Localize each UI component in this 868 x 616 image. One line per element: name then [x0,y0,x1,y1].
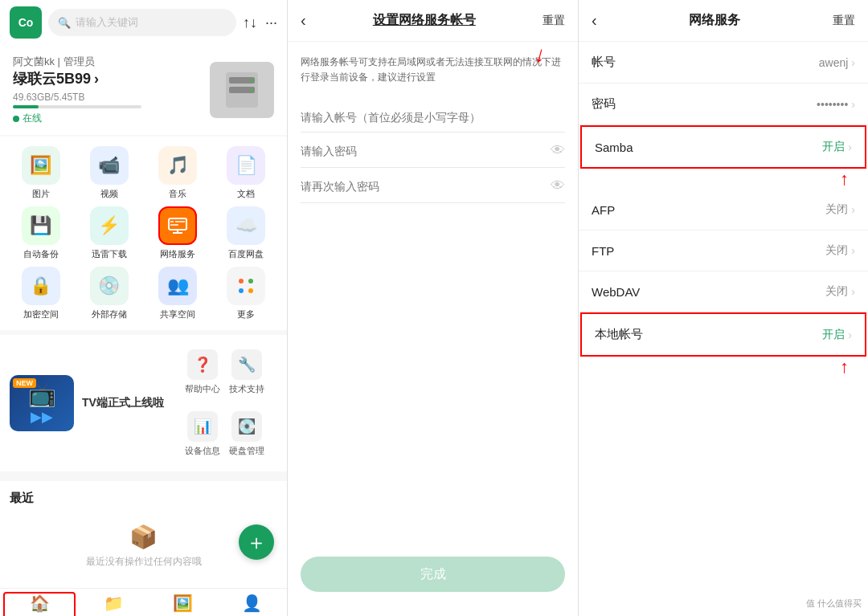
net-header: ‹ 网络服务 重置 [579,0,868,42]
package-icon: 📦 [129,524,158,550]
photo-icon: 🖼️ [22,146,60,185]
grid-item-photo[interactable]: 🖼️ 图片 [10,146,72,200]
user-info: 阿文菌kk | 管理员 绿联云5B99 › 49.63GB/5.45TB 在线 [13,55,141,125]
helper-item-disk[interactable]: 💽 硬盘管理 [226,405,268,463]
net-row-afp[interactable]: AFP 关闭 › [579,190,868,230]
encrypt-icon: 🔒 [22,267,60,305]
nav-files[interactable]: 📁 文件 [79,589,148,616]
video-icon: 📹 [90,146,129,185]
net-back-button[interactable]: ‹ [592,11,597,30]
search-placeholder: 请输入关键词 [76,15,138,30]
nav-me[interactable]: 👤 我的 [218,589,287,616]
setup-reset-button[interactable]: 重置 [542,14,565,28]
grid-item-external[interactable]: 💿 外部存储 [78,267,140,320]
fab-add-button[interactable]: ＋ [239,524,274,560]
home-nav-icon: 🏠 [30,594,50,613]
topbar-icons: ↑↓ ··· [243,14,277,31]
helper-item-support[interactable]: 🔧 技术支持 [226,343,268,402]
storage-info: 49.63GB/5.45TB [13,92,141,108]
share-icon: 👥 [158,267,197,305]
more-apps-icon [227,267,265,305]
grid-item-video[interactable]: 📹 视频 [78,146,140,200]
svg-point-12 [248,279,253,284]
promo-new-badge: NEW [13,378,36,388]
nas-svg [218,66,266,114]
password-input[interactable] [301,145,551,157]
backup-icon: 💾 [22,206,60,245]
recent-empty: 📦 最近没有操作过任何内容哦 [10,514,277,578]
online-badge: 在线 [13,112,141,125]
account-input[interactable] [301,111,565,124]
complete-button[interactable]: 完成 [301,557,565,592]
device-name[interactable]: 绿联云5B99 › [13,69,141,88]
grid-item-baidu[interactable]: ☁️ 百度网盘 [215,206,277,260]
grid-item-music[interactable]: 🎵 音乐 [147,146,209,200]
svg-point-3 [250,79,253,82]
setup-form: 👁 👁 [288,98,578,557]
grid-item-doc[interactable]: 📄 文档 [215,146,277,200]
confirm-password-input[interactable] [301,180,551,193]
setup-header: ‹ 设置网络服务帐号 重置 [288,0,578,42]
grid-item-network[interactable]: 网络服务 [147,206,209,260]
local-account-arrow-indicator: ↑ [579,357,868,377]
password-arrow: › [851,98,855,111]
webdav-arrow: › [851,285,855,298]
online-dot [13,116,19,122]
grid-item-backup[interactable]: 💾 自动备份 [10,206,72,260]
sort-icon[interactable]: ↑↓ [243,14,257,31]
music-icon: 🎵 [158,146,197,185]
net-row-ftp[interactable]: FTP 关闭 › [579,230,868,271]
svg-point-4 [250,88,253,92]
external-icon: 💿 [90,267,129,305]
svg-point-13 [239,288,244,293]
more-icon[interactable]: ··· [265,14,277,31]
bottom-nav: 🏠 首页 📁 文件 🖼️ 相册 👤 我的 [0,588,287,616]
search-bar[interactable]: 🔍 请输入关键词 [48,9,236,36]
support-icon: 🔧 [231,349,262,380]
helper-item-device-info[interactable]: 📊 设备信息 [182,405,223,463]
net-row-local-account[interactable]: 本地帐号 开启 › [580,312,866,357]
me-nav-icon: 👤 [242,594,262,613]
baidu-icon: ☁️ [227,206,265,245]
app-logo: Co [10,6,42,39]
home-topbar: Co 🔍 请输入关键词 ↑↓ ··· [0,0,287,45]
confirm-eye-toggle-icon[interactable]: 👁 [551,177,565,194]
grid-item-encrypt[interactable]: 🔒 加密空间 [10,267,72,320]
net-title: 网络服务 [689,12,740,29]
album-nav-icon: 🖼️ [173,594,193,613]
grid-item-share[interactable]: 👥 共享空间 [147,267,209,320]
grid-item-more[interactable]: 更多 [215,267,277,320]
setup-description: 网络服务帐号可支持在局域网或者无法连接互联网的情况下进行登录当前设备，建议进行设… [288,42,578,98]
ftp-arrow: › [851,244,855,257]
grid-item-xunlei[interactable]: ⚡ 迅雷下载 [78,206,140,260]
storage-bar [13,105,141,108]
promo-section: NEW 📺 ▶▶ TV端正式上线啦 ❓ 帮助中心 🔧 技术支持 📊 设备信息 💽… [0,335,287,471]
net-row-samba[interactable]: Samba 开启 › [580,125,866,169]
recent-title: 最近 [10,491,277,506]
samba-arrow: › [848,141,852,153]
net-reset-button[interactable]: 重置 [833,14,855,28]
files-nav-icon: 📁 [104,594,124,613]
eye-toggle-icon[interactable]: 👁 [551,142,565,159]
setup-description-area: 网络服务帐号可支持在局域网或者无法连接互联网的情况下进行登录当前设备，建议进行设… [288,42,578,98]
helper-item-help[interactable]: ❓ 帮助中心 [182,343,223,402]
help-icon: ❓ [187,349,218,380]
xunlei-icon: ⚡ [90,206,129,245]
net-row-account[interactable]: 帐号 awenj › [579,42,868,84]
nav-home[interactable]: 🏠 首页 [3,592,76,616]
net-row-password[interactable]: 密码 •••••••• › [579,84,868,125]
panel-network: ‹ 网络服务 重置 帐号 awenj › 密码 •••••••• › Samba… [579,0,868,616]
panel-setup: ‹ 设置网络服务帐号 重置 网络服务帐号可支持在局域网或者无法连接互联网的情况下… [288,0,579,616]
svg-point-14 [248,288,253,293]
nav-album[interactable]: 🖼️ 相册 [149,589,218,616]
setup-back-button[interactable]: ‹ [301,11,306,30]
device-arrow: › [94,71,99,88]
disk-icon: 💽 [231,411,262,442]
promo-tv-banner: NEW 📺 ▶▶ [10,375,74,431]
svg-point-11 [239,279,244,284]
afp-arrow: › [851,203,855,216]
device-info-icon: 📊 [187,411,218,442]
account-arrow: › [851,56,855,69]
confirm-password-input-wrap: 👁 [301,177,565,203]
net-row-webdav[interactable]: WebDAV 关闭 › [579,271,868,312]
